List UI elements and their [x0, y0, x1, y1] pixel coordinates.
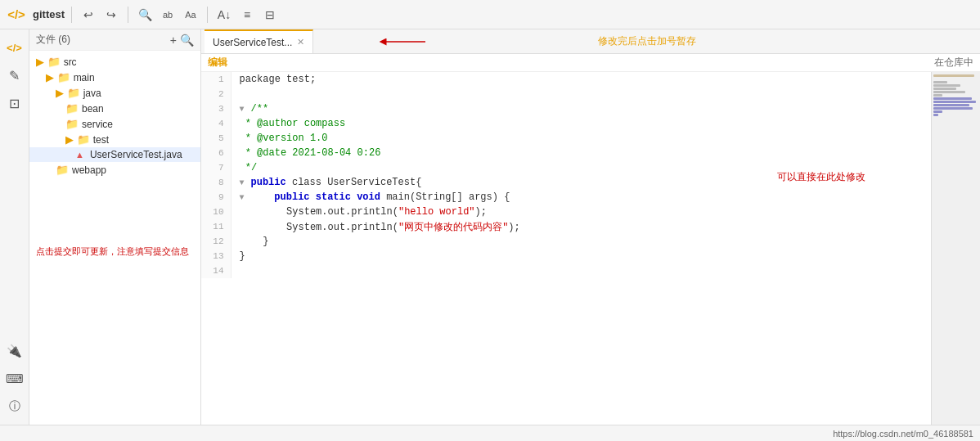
editor-label-bar: 编辑 在仓库中	[201, 54, 980, 72]
line-content-7[interactable]: */	[231, 160, 931, 175]
code-line-7: 7 */	[201, 160, 931, 175]
search-file-button[interactable]: 🔍	[180, 34, 194, 47]
code-line-14: 14	[201, 263, 931, 278]
code-line-6: 6 * @date 2021-08-04 0:26	[201, 146, 931, 160]
folder-icon-service: 📁	[65, 118, 79, 130]
tree-label-java: java	[83, 88, 101, 99]
plugin-icon[interactable]: 🔌	[3, 340, 26, 362]
file-panel-header: 文件 (6) + 🔍	[29, 29, 200, 51]
status-url: https://blog.csdn.net/m0_46188581	[833, 429, 973, 439]
fold-icon-3[interactable]: ▼	[240, 105, 249, 114]
info-icon[interactable]: ⓘ	[3, 395, 26, 418]
folder-icon-bean: 📁	[65, 102, 79, 115]
line-content-6[interactable]: * @date 2021-08-04 0:26	[231, 146, 931, 160]
sidebar-item-edit[interactable]: ✎	[3, 64, 26, 87]
keyboard-icon[interactable]: ⌨	[3, 367, 26, 390]
line-number-5: 5	[201, 131, 231, 146]
code-line-5: 5 * @version 1.0	[201, 131, 931, 146]
app-code-icon: </>	[7, 5, 26, 25]
minimap-line-3	[933, 81, 947, 83]
fold-icon-8[interactable]: ▼	[240, 178, 249, 187]
file-panel-header-right: + 🔍	[170, 34, 194, 47]
tree-label-userservicetest: UserServiceTest.java	[90, 149, 182, 160]
tab-bar: UserServiceTest... ✕ 修改完后点击加号暂存	[201, 29, 980, 54]
tab-close-button[interactable]: ✕	[297, 37, 304, 47]
code-line-9: 9▼ public static void main(String[] args…	[201, 190, 931, 205]
minimap-content	[932, 72, 980, 119]
folder-icon-java: ▶ 📁	[56, 87, 80, 99]
tree-item-webapp[interactable]: 📁 webapp	[29, 162, 200, 178]
folder-icon-webapp: 📁	[56, 164, 69, 176]
tree-item-userservicetest[interactable]: ▲ UserServiceTest.java	[29, 147, 200, 162]
line-content-8[interactable]: ▼ public class UserServiceTest{	[231, 175, 931, 190]
code-line-10: 10 System.out.println("hello world");	[201, 205, 931, 219]
sidebar-item-commit[interactable]: ⊡	[3, 92, 26, 115]
line-content-13[interactable]: }	[231, 249, 931, 263]
main-layout: </> ✎ ⊡ 🔌 ⌨ ⓘ 文件 (6) + 🔍	[0, 29, 980, 425]
redo-button[interactable]: ↪	[101, 5, 121, 25]
undo-button[interactable]: ↩	[79, 5, 98, 25]
minimap-line-13	[933, 114, 938, 116]
minimap-label: 在仓库中	[934, 56, 973, 70]
tree-item-main[interactable]: ▶ 📁 main	[29, 70, 200, 85]
folder-icon-test: ▶ 📁	[65, 133, 90, 146]
save-hint-text: 修改完后点击加号暂存	[598, 34, 696, 48]
tree-item-java[interactable]: ▶ 📁 java	[29, 85, 200, 101]
minimap-line-12	[933, 110, 942, 113]
sidebar-item-code[interactable]: </>	[3, 36, 26, 59]
file-panel: 文件 (6) + 🔍 ▶ 📁 src	[29, 29, 201, 425]
code-table: 1package test;23▼ /**4 * @author compass…	[201, 72, 931, 278]
format-button[interactable]: A↓	[214, 5, 234, 25]
tree-label-webapp: webapp	[72, 164, 106, 176]
line-content-5[interactable]: * @version 1.0	[231, 131, 931, 146]
minimap-line-1	[933, 74, 974, 77]
align-button[interactable]: ⊟	[260, 5, 280, 25]
file-tree: ▶ 📁 src ▶ 📁 main ▶ 📁 java	[29, 51, 200, 425]
line-number-7: 7	[201, 160, 231, 175]
code-line-1: 1package test;	[201, 72, 931, 87]
line-content-12[interactable]: }	[231, 234, 931, 249]
commit-hint-area: 点击提交即可更新，注意填写提交信息	[29, 241, 200, 262]
tree-label-main: main	[74, 72, 95, 83]
line-content-14[interactable]	[231, 263, 931, 278]
minimap	[931, 72, 980, 425]
code-line-3: 3▼ /**	[201, 101, 931, 116]
panel-wrapper: 文件 (6) + 🔍 ▶ 📁 src	[29, 29, 980, 425]
tree-item-service[interactable]: 📁 service	[29, 116, 200, 132]
fold-icon-9[interactable]: ▼	[240, 193, 249, 202]
line-content-1[interactable]: package test;	[231, 72, 931, 87]
line-content-9[interactable]: ▼ public static void main(String[] args)…	[231, 190, 931, 205]
tree-label-service: service	[82, 119, 113, 130]
toolbar: </> gittest ↩ ↪ 🔍 ab Aa A↓ ≡ ⊟	[0, 0, 980, 29]
line-number-3: 3	[201, 101, 231, 116]
tree-label-test: test	[93, 134, 109, 146]
code-line-11: 11 System.out.println("网页中修改的代码内容");	[201, 219, 931, 234]
case-button[interactable]: Aa	[181, 5, 200, 25]
line-content-11[interactable]: System.out.println("网页中修改的代码内容");	[231, 219, 931, 234]
file-icon-userservicetest: ▲	[75, 150, 84, 160]
sidebar-bottom: 🔌 ⌨ ⓘ	[3, 340, 26, 425]
code-editor[interactable]: 1package test;23▼ /**4 * @author compass…	[201, 72, 931, 425]
app-title: gittest	[33, 8, 65, 20]
editor-tab-userservicetest[interactable]: UserServiceTest... ✕	[205, 29, 313, 53]
line-content-2[interactable]	[231, 87, 931, 101]
line-number-9: 9	[201, 190, 231, 205]
line-content-4[interactable]: * @author compass	[231, 116, 931, 131]
tree-item-src[interactable]: ▶ 📁 src	[29, 54, 200, 70]
replace-button[interactable]: ab	[158, 5, 178, 25]
toolbar-sep-1	[71, 7, 72, 23]
minimap-line-9	[933, 101, 976, 103]
icon-sidebar: </> ✎ ⊡ 🔌 ⌨ ⓘ	[0, 29, 29, 425]
list-button[interactable]: ≡	[237, 5, 257, 25]
line-number-4: 4	[201, 116, 231, 131]
line-number-12: 12	[201, 234, 231, 249]
line-content-10[interactable]: System.out.println("hello world");	[231, 205, 931, 219]
line-content-3[interactable]: ▼ /**	[231, 101, 931, 116]
tree-item-test[interactable]: ▶ 📁 test	[29, 132, 200, 147]
tree-item-bean[interactable]: 📁 bean	[29, 101, 200, 116]
add-file-button[interactable]: +	[170, 34, 177, 47]
code-line-8: 8▼ public class UserServiceTest{	[201, 175, 931, 190]
folder-icon-src: ▶ 📁	[36, 56, 61, 68]
search-button[interactable]: 🔍	[135, 5, 155, 25]
status-bar: https://blog.csdn.net/m0_46188581	[0, 425, 980, 441]
